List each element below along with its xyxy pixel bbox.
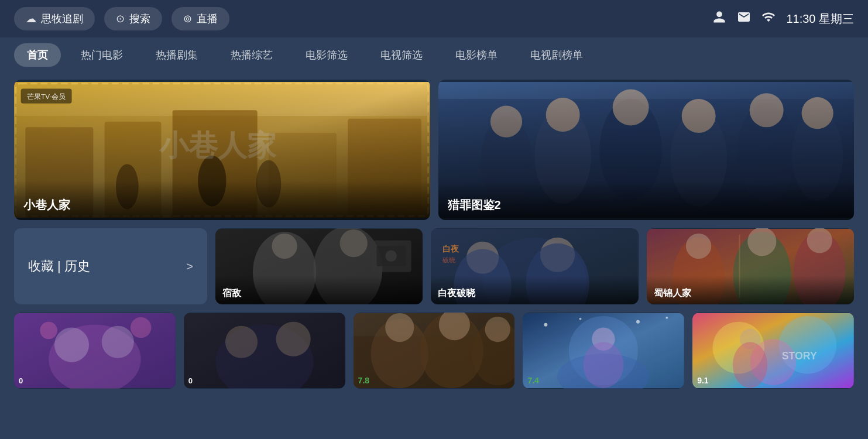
thumb-card-2-score: 0 bbox=[188, 376, 193, 385]
nav-item-tv-filter[interactable]: 电视筛选 bbox=[368, 43, 435, 67]
small-card-shujin[interactable]: 蜀锦人家 bbox=[647, 228, 854, 304]
svg-rect-89 bbox=[523, 313, 684, 388]
clock-display: 11:30 星期三 bbox=[786, 11, 854, 27]
svg-rect-70 bbox=[184, 313, 345, 388]
header: ☁ 思牧追剧 ⊙ 搜索 ⊚ 直播 11:30 星期三 bbox=[0, 0, 868, 37]
user-icon[interactable] bbox=[712, 10, 726, 28]
collection-arrow: > bbox=[186, 260, 193, 273]
collection-history-box[interactable]: 收藏 | 历史 > bbox=[14, 228, 207, 304]
featured-card-2-label: 猎罪图鉴2 bbox=[438, 181, 855, 220]
cloud-icon: ☁ bbox=[26, 12, 36, 25]
nav-item-home[interactable]: 首页 bbox=[14, 43, 61, 67]
app-name-label: 思牧追剧 bbox=[41, 12, 83, 26]
featured-row: 小巷人家 芒果TV·会员 小巷人家 bbox=[14, 80, 854, 220]
small-card-baiye[interactable]: 白夜 破晓 白夜破晓 bbox=[431, 228, 638, 304]
svg-text:芒果TV·会员: 芒果TV·会员 bbox=[27, 92, 66, 100]
nav-item-movie-rank[interactable]: 电影榜单 bbox=[442, 43, 510, 67]
second-row: 收藏 | 历史 > bbox=[14, 228, 854, 304]
featured-card-2[interactable]: 猎罪图鉴2 bbox=[438, 80, 855, 220]
nav-item-movie-filter[interactable]: 电影筛选 bbox=[293, 43, 361, 67]
thumb-card-1[interactable]: 0 bbox=[14, 313, 176, 389]
header-left: ☁ 思牧追剧 ⊙ 搜索 ⊚ 直播 bbox=[14, 7, 703, 30]
wifi-icon bbox=[761, 10, 776, 28]
nav-item-series[interactable]: 热播剧集 bbox=[143, 43, 211, 67]
live-button[interactable]: ⊚ 直播 bbox=[171, 7, 229, 30]
small-card-sudi-label: 宿敌 bbox=[215, 276, 423, 304]
svg-rect-98 bbox=[692, 313, 854, 388]
svg-rect-65 bbox=[14, 313, 176, 388]
third-row: 0 0 bbox=[14, 313, 854, 389]
thumb-card-3[interactable]: 7.8 bbox=[354, 313, 515, 389]
small-card-baiye-label: 白夜破晓 bbox=[431, 276, 638, 304]
search-icon: ⊙ bbox=[116, 12, 125, 25]
nav-item-variety[interactable]: 热播综艺 bbox=[218, 43, 286, 67]
thumb-card-4[interactable]: 7.4 bbox=[523, 313, 684, 389]
nav-item-movies[interactable]: 热门电影 bbox=[68, 43, 136, 67]
thumb-card-5-score: 9.1 bbox=[697, 376, 708, 385]
nav-item-tv-rank[interactable]: 电视剧榜单 bbox=[517, 43, 596, 67]
search-button[interactable]: ⊙ 搜索 bbox=[104, 7, 162, 30]
thumb-card-4-score: 7.4 bbox=[527, 376, 538, 385]
thumb-card-2[interactable]: 0 bbox=[184, 313, 345, 389]
featured-card-1-label: 小巷人家 bbox=[14, 181, 430, 220]
live-icon: ⊚ bbox=[183, 12, 192, 25]
app-name-button[interactable]: ☁ 思牧追剧 bbox=[14, 7, 95, 30]
search-label: 搜索 bbox=[129, 12, 150, 26]
live-label: 直播 bbox=[197, 12, 218, 26]
featured-card-1[interactable]: 小巷人家 芒果TV·会员 小巷人家 bbox=[14, 80, 430, 220]
small-card-shujin-label: 蜀锦人家 bbox=[647, 276, 854, 304]
svg-rect-79 bbox=[354, 313, 515, 388]
thumb-card-1-score: 0 bbox=[19, 376, 23, 385]
header-right: 11:30 星期三 bbox=[712, 10, 854, 28]
mail-icon[interactable] bbox=[737, 10, 751, 28]
thumb-card-3-score: 7.8 bbox=[358, 376, 369, 385]
navigation-bar: 首页 热门电影 热播剧集 热播综艺 电影筛选 电视筛选 电影榜单 电视剧榜单 bbox=[0, 37, 868, 73]
main-content: 小巷人家 芒果TV·会员 小巷人家 bbox=[0, 73, 868, 396]
collection-label: 收藏 | 历史 bbox=[28, 258, 90, 275]
small-card-sudi[interactable]: 宿敌 bbox=[215, 228, 423, 304]
thumb-card-5[interactable]: STORY 9.1 bbox=[692, 313, 854, 389]
